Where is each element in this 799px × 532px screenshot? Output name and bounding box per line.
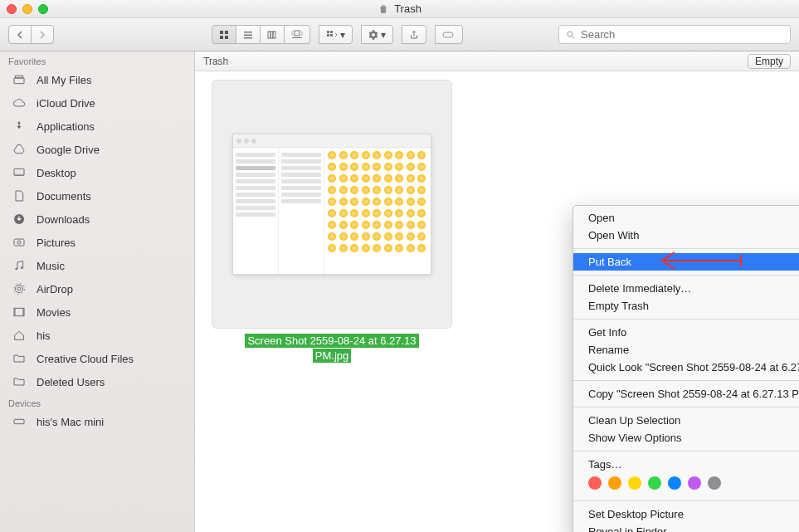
icon-canvas[interactable]: Screen Shot 2559-08-24 at 6.27.13PM.jpg — [195, 71, 799, 88]
svg-rect-36 — [14, 419, 24, 423]
content-area: Trash Empty — [195, 51, 799, 532]
menu-set-desktop[interactable]: Set Desktop Picture — [573, 505, 799, 523]
menu-tags[interactable]: Tags… — [573, 456, 799, 473]
svg-rect-5 — [244, 34, 252, 36]
search-field[interactable] — [558, 25, 791, 44]
sidebar-item-mac-mini[interactable]: his's Mac mini — [0, 410, 194, 433]
search-input[interactable] — [581, 28, 783, 41]
menu-separator — [573, 451, 799, 451]
svg-rect-34 — [14, 308, 16, 315]
toolbar: ▾ ▾ — [0, 18, 799, 51]
sidebar-item-icloud-drive[interactable]: iCloud Drive — [0, 91, 194, 115]
all-my-files-icon — [10, 72, 28, 87]
sidebar-item-label: Google Drive — [37, 144, 100, 156]
sidebar-item-desktop[interactable]: Desktop — [0, 161, 194, 184]
minimize-window-button[interactable] — [22, 4, 32, 14]
svg-rect-22 — [15, 76, 22, 78]
menu-clean-up[interactable]: Clean Up Selection — [573, 412, 799, 429]
svg-point-19 — [568, 32, 572, 37]
column-view-button[interactable] — [260, 25, 285, 44]
menu-put-back[interactable]: Put Back — [573, 253, 799, 271]
menu-rename[interactable]: Rename — [573, 341, 799, 359]
tag-purple[interactable] — [688, 476, 701, 490]
tag-green[interactable] — [648, 476, 661, 490]
tag-yellow[interactable] — [628, 476, 641, 490]
svg-rect-14 — [327, 31, 329, 33]
arrange-button[interactable]: ▾ — [319, 25, 353, 44]
sidebar-item-creative-cloud[interactable]: Creative Cloud Files — [0, 347, 194, 370]
svg-rect-16 — [327, 34, 329, 37]
sidebar-devices-header: Devices — [0, 393, 194, 410]
svg-rect-11 — [292, 32, 295, 35]
zoom-window-button[interactable] — [38, 4, 48, 14]
sidebar-item-downloads[interactable]: Downloads — [0, 207, 194, 231]
sidebar-item-music[interactable]: Music — [0, 254, 194, 277]
menu-separator — [573, 500, 799, 501]
empty-trash-button[interactable]: Empty — [748, 54, 791, 69]
sidebar-item-label: Pictures — [37, 237, 76, 249]
tag-color-row — [573, 473, 799, 496]
menu-copy[interactable]: Copy "Screen Shot 2559-08-24 at 6.27.13 … — [573, 385, 799, 403]
sidebar-item-all-my-files[interactable]: All My Files — [0, 68, 194, 91]
documents-icon — [10, 188, 28, 203]
menu-empty-trash[interactable]: Empty Trash — [573, 297, 799, 315]
sidebar-item-movies[interactable]: Movies — [0, 300, 194, 324]
coverflow-view-button[interactable] — [284, 25, 310, 44]
list-view-button[interactable] — [236, 25, 261, 44]
menu-separator — [573, 407, 799, 408]
sidebar-item-label: Deleted Users — [37, 376, 105, 388]
tag-orange[interactable] — [608, 476, 621, 490]
file-item[interactable]: Screen Shot 2559-08-24 at 6.27.13PM.jpg — [212, 80, 452, 364]
sidebar-item-documents[interactable]: Documents — [0, 184, 194, 207]
svg-point-30 — [17, 287, 21, 290]
sidebar-item-label: Desktop — [37, 167, 76, 179]
sidebar-item-airdrop[interactable]: AirDrop — [0, 277, 194, 300]
forward-button[interactable] — [31, 25, 54, 44]
menu-separator — [573, 248, 799, 249]
sidebar-item-google-drive[interactable]: Google Drive — [0, 138, 194, 161]
menu-quick-look[interactable]: Quick Look "Screen Shot 2559-08-24 at 6.… — [573, 359, 799, 376]
svg-rect-0 — [220, 31, 223, 34]
svg-rect-9 — [273, 32, 275, 38]
sidebar-item-label: Music — [37, 260, 65, 272]
svg-rect-17 — [330, 34, 333, 37]
tag-blue[interactable] — [668, 476, 681, 490]
sidebar-item-deleted-users[interactable]: Deleted Users — [0, 370, 194, 393]
menu-separator — [573, 380, 799, 381]
tag-gray[interactable] — [708, 476, 721, 490]
menu-get-info[interactable]: Get Info — [573, 324, 799, 341]
action-button[interactable]: ▾ — [361, 25, 393, 44]
downloads-icon — [10, 212, 28, 227]
svg-rect-2 — [220, 36, 223, 39]
icon-view-button[interactable] — [212, 25, 236, 44]
svg-line-20 — [572, 36, 575, 38]
sidebar-item-label: Creative Cloud Files — [37, 353, 134, 365]
tags-button[interactable] — [435, 25, 463, 44]
view-mode-segment — [212, 25, 310, 44]
menu-delete-immediately[interactable]: Delete Immediately… — [573, 280, 799, 297]
share-button[interactable] — [402, 25, 426, 44]
file-name-label[interactable]: Screen Shot 2559-08-24 at 6.27.13PM.jpg — [212, 334, 452, 364]
close-window-button[interactable] — [7, 4, 17, 14]
menu-view-options[interactable]: Show View Options — [573, 429, 799, 447]
trash-icon — [378, 3, 389, 15]
svg-rect-15 — [330, 31, 333, 33]
menu-open[interactable]: Open — [573, 209, 799, 227]
nav-buttons — [8, 25, 54, 44]
sidebar-item-home[interactable]: his — [0, 324, 194, 347]
sidebar-item-label: his's Mac mini — [37, 416, 104, 428]
menu-reveal[interactable]: Reveal in Finder — [573, 523, 799, 532]
sidebar-item-label: Documents — [37, 190, 91, 203]
menu-open-with[interactable]: Open With ▶ — [573, 227, 799, 244]
svg-rect-24 — [14, 173, 24, 175]
sidebar-item-applications[interactable]: Applications — [0, 115, 194, 138]
sidebar-favorites-header: Favorites — [0, 51, 194, 68]
tag-red[interactable] — [588, 476, 602, 490]
back-button[interactable] — [8, 25, 32, 44]
sidebar-item-pictures[interactable]: Pictures — [0, 231, 194, 254]
home-icon — [10, 328, 28, 343]
folder-icon — [10, 374, 28, 389]
svg-point-27 — [17, 241, 21, 244]
computer-icon — [10, 414, 28, 429]
sidebar-item-label: his — [37, 329, 51, 342]
